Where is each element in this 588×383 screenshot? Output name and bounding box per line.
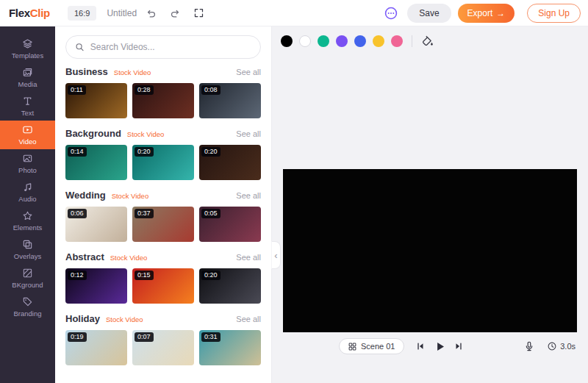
sidebar-item-text[interactable]: Text [0, 92, 55, 121]
section-wedding: Wedding Stock Video See all 0:06 0:37 0:… [65, 190, 261, 242]
see-all-link[interactable]: See all [236, 68, 261, 76]
panel-collapse-button[interactable]: ‹ [271, 241, 281, 269]
scene-duration-control[interactable]: 3.0s [547, 341, 576, 351]
sidebar-item-video[interactable]: Video [0, 121, 55, 149]
media-icon [22, 67, 33, 78]
sidebar-item-photo[interactable]: Photo [0, 149, 55, 178]
duration-badge: 0:20 [201, 147, 220, 157]
thumbnail-row: 0:11 0:28 0:08 [65, 83, 261, 118]
sidebar-item-bkground[interactable]: BKground [0, 264, 55, 293]
color-swatch-white[interactable] [299, 35, 311, 47]
play-button[interactable] [431, 337, 448, 355]
section-business: Business Stock Video See all 0:11 0:28 0… [65, 66, 261, 118]
color-swatch-yellow[interactable] [373, 35, 384, 47]
video-thumbnail[interactable]: 0:20 [199, 145, 261, 180]
redo-icon [169, 7, 181, 19]
sidebar-item-label: Text [21, 109, 34, 117]
video-thumbnail[interactable]: 0:07 [132, 330, 194, 365]
overlays-icon [22, 239, 33, 250]
see-all-link[interactable]: See all [236, 253, 261, 262]
export-button[interactable]: Export → [458, 4, 515, 23]
video-thumbnail[interactable]: 0:37 [132, 207, 194, 242]
sidebar-item-label: Overlays [14, 252, 41, 260]
sidebar-item-elements[interactable]: Elements [0, 207, 55, 235]
sidebar-item-overlays[interactable]: Overlays [0, 235, 55, 264]
section-header: Wedding Stock Video See all [65, 190, 261, 201]
video-thumbnail[interactable]: 0:15 [132, 268, 194, 304]
sidebar-item-label: Video [18, 137, 36, 146]
duration-badge: 0:14 [68, 147, 87, 157]
fill-color-button[interactable] [421, 35, 434, 47]
video-thumbnail[interactable]: 0:14 [65, 145, 127, 180]
color-swatch-blue[interactable] [354, 35, 366, 47]
color-swatch-teal[interactable] [318, 35, 329, 47]
sidebar-item-audio[interactable]: Audio [0, 178, 55, 207]
redo-button[interactable] [166, 4, 184, 22]
scenes-grid-icon [348, 343, 356, 351]
see-all-link[interactable]: See all [236, 191, 261, 200]
color-swatch-purple[interactable] [336, 35, 348, 47]
video-preview-canvas[interactable] [283, 169, 577, 332]
duration-badge: 0:28 [135, 85, 154, 95]
logo[interactable]: FlexClip [9, 7, 56, 19]
duration-badge: 0:20 [135, 147, 154, 157]
skip-forward-icon [453, 341, 464, 351]
sidebar-item-templates[interactable]: Templates [0, 35, 55, 63]
duration-badge: 0:15 [135, 271, 154, 280]
previous-scene-button[interactable] [412, 337, 429, 355]
video-thumbnail[interactable]: 0:11 [65, 83, 127, 118]
chevron-left-icon: ‹ [274, 250, 277, 261]
aspect-ratio-button[interactable]: 16:9 [68, 6, 96, 21]
duration-badge: 0:37 [135, 209, 154, 218]
duration-badge: 0:06 [68, 209, 87, 218]
palette-divider [412, 35, 412, 47]
sidebar-item-label: Photo [18, 166, 37, 174]
templates-icon [22, 38, 33, 49]
transport-buttons [412, 337, 467, 355]
video-thumbnail[interactable]: 0:12 [65, 268, 127, 304]
duration-badge: 0:11 [68, 85, 86, 95]
logo-text-clip: Clip [30, 7, 50, 19]
save-button[interactable]: Save [407, 4, 451, 23]
duration-badge: 0:08 [201, 85, 220, 95]
video-thumbnail[interactable]: 0:31 [199, 330, 261, 365]
signup-button[interactable]: Sign Up [527, 4, 581, 23]
voiceover-button[interactable] [520, 337, 538, 355]
search-input[interactable] [90, 42, 251, 52]
sidebar-item-label: Media [18, 80, 37, 88]
section-background: Background Stock Video See all 0:14 0:20… [65, 128, 261, 180]
thumbnail-row: 0:14 0:20 0:20 [65, 145, 261, 180]
video-thumbnail[interactable]: 0:20 [199, 268, 261, 304]
sidebar-item-label: Audio [18, 195, 36, 203]
undo-button[interactable] [143, 4, 160, 22]
see-all-link[interactable]: See all [236, 129, 261, 138]
video-thumbnail[interactable]: 0:28 [132, 83, 194, 118]
branding-icon [22, 296, 33, 307]
audio-icon [22, 182, 33, 193]
background-icon [22, 268, 33, 279]
video-thumbnail[interactable]: 0:08 [199, 83, 261, 118]
color-swatch-black[interactable] [281, 35, 293, 47]
sidebar-item-branding[interactable]: Branding [0, 293, 55, 321]
fullscreen-icon [193, 7, 204, 18]
see-all-link[interactable]: See all [236, 315, 261, 323]
video-thumbnail[interactable]: 0:06 [65, 207, 127, 242]
project-name[interactable]: Untitled [107, 8, 137, 18]
fullscreen-button[interactable] [190, 4, 207, 22]
feedback-button[interactable] [381, 4, 401, 23]
video-thumbnail[interactable]: 0:20 [132, 145, 194, 180]
scene-selector-button[interactable]: Scene 01 [339, 338, 404, 354]
section-title: Business [65, 66, 108, 77]
elements-icon [22, 210, 33, 221]
photo-icon [22, 153, 33, 164]
color-swatch-pink[interactable] [391, 35, 403, 47]
video-thumbnail[interactable]: 0:19 [65, 330, 127, 365]
video-thumbnail[interactable]: 0:05 [199, 207, 261, 242]
sidebar-item-media[interactable]: Media [0, 63, 55, 92]
duration-badge: 0:05 [201, 209, 220, 218]
duration-badge: 0:31 [201, 332, 220, 342]
next-scene-button[interactable] [450, 337, 467, 355]
text-icon [22, 96, 33, 107]
section-header: Background Stock Video See all [65, 128, 261, 139]
clock-icon [547, 341, 557, 351]
